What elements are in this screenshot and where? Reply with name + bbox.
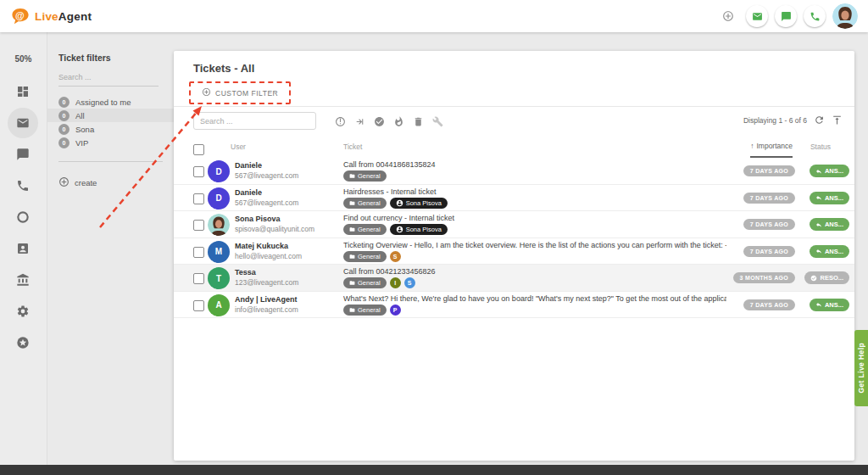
bank-icon [16, 273, 30, 287]
user-avatar[interactable] [832, 3, 858, 29]
logo-at-symbol: @ [15, 10, 25, 20]
avatar: D [208, 187, 230, 210]
status-button[interactable]: ANS... [810, 299, 849, 311]
nav-dashboard[interactable] [8, 76, 38, 107]
ticket-search-input[interactable] [193, 112, 316, 130]
column-importance[interactable]: ↑ Importance [750, 136, 793, 158]
info-button[interactable] [334, 115, 346, 127]
nav-bank[interactable] [8, 265, 38, 295]
nav-phone[interactable] [8, 170, 38, 201]
ticket-row[interactable]: M Matej Kukucka hello@liveagent.com Tick… [174, 238, 854, 265]
ticket-subject: Find out currency - Internal ticket [343, 214, 726, 222]
displaying-count: Displaying 1 - 6 of 6 [743, 116, 807, 125]
ticket-row[interactable]: A Andy | LiveAgent info@liveagent.com Wh… [174, 292, 854, 319]
row-checkbox[interactable] [193, 300, 204, 311]
column-user[interactable]: User [231, 142, 246, 151]
row-checkbox[interactable] [193, 273, 204, 284]
spam-button[interactable] [392, 115, 404, 127]
row-checkbox[interactable] [193, 247, 204, 258]
scroll-top-button[interactable] [832, 115, 843, 126]
user-email: hello@liveagent.com [235, 252, 302, 260]
ticket-tags: GeneralS [343, 251, 726, 262]
status-button[interactable]: ANS... [810, 245, 849, 258]
add-icon [58, 176, 70, 187]
filter-item[interactable]: 0Sona [47, 122, 174, 136]
avatar: D [208, 160, 230, 182]
filter-label: All [75, 111, 85, 120]
plus-circle-icon [202, 87, 211, 98]
ticket-subject: Call from 00441868135824 [343, 160, 726, 169]
column-ticket[interactable]: Ticket [343, 142, 362, 151]
get-live-help-tab[interactable]: Get Live Help [854, 330, 868, 406]
folder-icon [349, 280, 355, 286]
nav-star[interactable] [8, 327, 38, 358]
info-icon [335, 116, 346, 127]
ticket-filters-panel: Ticket filters 0Assigned to me0All0Sona0… [47, 32, 174, 465]
ticket-subject: Call from 00421233456826 [343, 267, 726, 276]
email-button[interactable] [746, 5, 768, 27]
column-status[interactable]: Status [810, 142, 831, 151]
user-name: Daniele [235, 188, 298, 197]
resolve-button[interactable] [373, 115, 385, 127]
filter-item[interactable]: 0Assigned to me [47, 95, 174, 109]
nav-settings[interactable] [8, 296, 38, 327]
avatar-photo [208, 214, 230, 236]
status-button[interactable]: ANS... [810, 165, 849, 177]
department-tag: General [343, 251, 387, 262]
nav-chat[interactable] [8, 139, 38, 170]
star-icon [16, 336, 30, 349]
ring-icon [16, 210, 30, 224]
filters-search-input[interactable] [58, 73, 159, 87]
chat-button[interactable] [775, 5, 797, 27]
count-badge: 0 [58, 124, 70, 135]
user-name: Daniele [235, 161, 298, 170]
row-checkbox[interactable] [193, 193, 204, 204]
refresh-button[interactable] [814, 115, 825, 126]
zoom-level: 50% [0, 54, 47, 64]
select-all-checkbox[interactable] [193, 144, 204, 155]
ticket-row[interactable]: D Daniele 567@liveagent.com Hairdresses … [174, 185, 854, 212]
user-email: spisova@qualityunit.com [235, 225, 314, 233]
mail-icon [752, 11, 763, 22]
nav-ring[interactable] [8, 202, 38, 232]
status-button[interactable]: ANS... [810, 192, 849, 204]
annotation-custom-filter-box: CUSTOM FILTER [189, 81, 291, 104]
filter-item[interactable]: 0All [47, 109, 174, 122]
resolve-icon [374, 116, 385, 127]
ticket-subject: Ticketing Overview - Hello, I am the tic… [343, 241, 726, 249]
get-live-help-label: Get Live Help [857, 343, 865, 394]
status-button[interactable]: ANS... [810, 218, 849, 231]
ticket-tags: GeneralIS [343, 277, 726, 288]
filter-item[interactable]: 0VIP [47, 136, 174, 149]
tools-button[interactable] [431, 115, 443, 127]
call-button[interactable] [804, 5, 826, 27]
ticket-row[interactable]: T Tessa 123@liveagent.com Call from 0042… [174, 265, 854, 292]
contacts-icon [16, 242, 30, 255]
folder-icon [349, 226, 355, 232]
custom-filter-button[interactable]: CUSTOM FILTER [191, 83, 289, 103]
tickets-panel: Tickets - All CUSTOM FILTER Displaying 1… [174, 51, 854, 461]
ticket-tags: GeneralSona Pisova [343, 224, 726, 235]
ticket-tags: General [343, 170, 726, 182]
filter-label: Assigned to me [75, 98, 131, 107]
status-button[interactable]: RESO... [804, 271, 849, 284]
nav-contacts[interactable] [8, 233, 38, 264]
nav-mail[interactable] [8, 108, 38, 138]
top-header: @ LiveAgent [0, 0, 868, 32]
department-tag: General [343, 224, 387, 235]
count-badge: 0 [58, 97, 70, 108]
agent-icon [396, 226, 403, 233]
logo-agent: Agent [58, 10, 92, 23]
liveagent-logo: @ LiveAgent [10, 7, 92, 26]
user-email: 123@liveagent.com [235, 278, 298, 287]
ticket-row[interactable]: D Daniele 567@liveagent.com Call from 00… [174, 158, 854, 185]
delete-button[interactable] [412, 115, 424, 127]
create-filter-button[interactable]: create [58, 176, 174, 189]
ticket-row[interactable]: Sona Pisova spisova@qualityunit.com Find… [174, 211, 854, 238]
row-checkbox[interactable] [193, 166, 204, 177]
chat-icon [781, 11, 792, 22]
add-button[interactable] [717, 5, 739, 27]
transfer-button[interactable] [353, 115, 365, 127]
row-checkbox[interactable] [193, 220, 204, 231]
agent-tag: Sona Pisova [390, 224, 448, 235]
